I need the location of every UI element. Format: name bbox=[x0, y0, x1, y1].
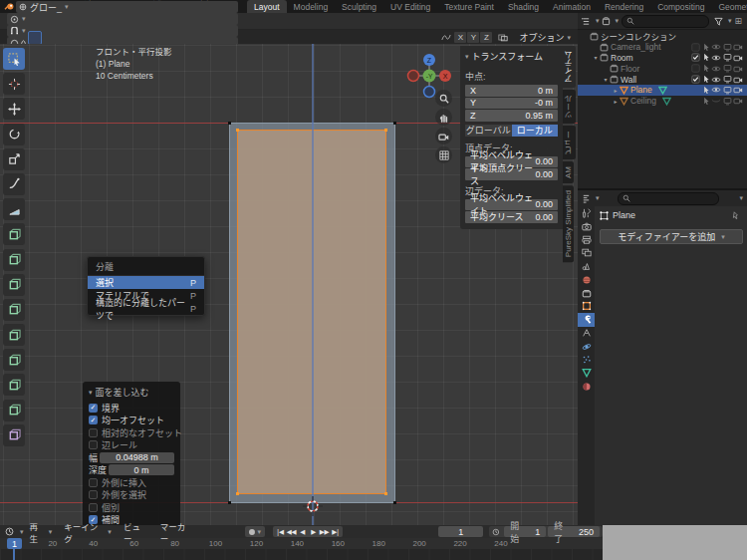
operator-field-value[interactable]: 0.04988 m bbox=[100, 452, 174, 463]
properties-tab-physics[interactable] bbox=[578, 340, 595, 353]
screen-icon[interactable] bbox=[723, 43, 732, 52]
tool-inset-faces[interactable] bbox=[3, 274, 25, 296]
properties-tab-object[interactable] bbox=[578, 300, 595, 313]
mirror-axis-Z[interactable]: Z bbox=[480, 32, 492, 43]
transport-jump-start[interactable]: |◀ bbox=[275, 528, 286, 536]
ortho-grid-button[interactable] bbox=[435, 146, 452, 163]
checkbox-on-icon[interactable] bbox=[691, 75, 700, 84]
viewport-3d[interactable]: フロント・平行投影 (1) Plane 10 Centimeters Z X -… bbox=[0, 44, 578, 525]
cursor-icon[interactable] bbox=[702, 64, 710, 73]
properties-tab-particles[interactable] bbox=[578, 353, 595, 366]
checkbox-off-icon[interactable] bbox=[691, 43, 700, 52]
timeline-menu-キーイング[interactable]: キーイング▾ bbox=[58, 520, 118, 544]
camera-icon[interactable] bbox=[733, 76, 743, 84]
add-modifier-button[interactable]: モディファイアーを追加 ▾ bbox=[600, 229, 743, 244]
tool-bevel[interactable] bbox=[3, 299, 25, 321]
camera-icon[interactable] bbox=[733, 43, 743, 51]
outliner-row-Wall[interactable]: ▾Wall bbox=[578, 74, 747, 85]
eye-closed-icon[interactable] bbox=[711, 97, 721, 105]
tool-scale[interactable] bbox=[3, 148, 25, 170]
tool-extrude[interactable] bbox=[3, 249, 25, 271]
transport-play-back[interactable]: ◀ bbox=[297, 528, 308, 536]
outliner-new-collection-icon[interactable]: ⊞ bbox=[732, 16, 746, 26]
timeline-menu-マーカー[interactable]: マーカー bbox=[154, 520, 199, 544]
timeline-menu-ビュー[interactable]: ビュー bbox=[118, 520, 154, 544]
outliner-search-input[interactable] bbox=[622, 15, 709, 28]
expand-icon[interactable]: ▾ bbox=[602, 76, 610, 83]
checkbox[interactable] bbox=[89, 478, 98, 487]
outliner-row-Room[interactable]: ▾Room bbox=[578, 53, 747, 64]
eye-icon[interactable] bbox=[711, 76, 721, 84]
viewport-menu-辺[interactable]: 辺 bbox=[174, 0, 195, 1]
transport-next-key[interactable]: ▶▶ bbox=[319, 528, 330, 536]
tool-loop-cut[interactable] bbox=[3, 324, 25, 346]
tool-smooth[interactable] bbox=[3, 424, 25, 446]
camera-icon[interactable] bbox=[733, 65, 743, 73]
operator-option-相対的なオフセット[interactable]: 相対的なオフセット bbox=[87, 426, 176, 439]
edge-平均ベベルウェイト[interactable]: 平均ベベルウェイト0.00 bbox=[465, 199, 558, 211]
mirror-axis-X[interactable]: X bbox=[454, 32, 466, 43]
outliner-row-Ceiling[interactable]: ▸Ceiling bbox=[578, 96, 747, 107]
workspace-tab-Modeling[interactable]: Modeling bbox=[287, 0, 336, 13]
eye-icon[interactable] bbox=[711, 43, 721, 51]
operator-option-外側を選択[interactable]: 外側を選択 bbox=[87, 489, 176, 502]
eye-icon[interactable] bbox=[711, 54, 721, 62]
orientation-dropdown[interactable]: グロー_ ▾ bbox=[16, 1, 238, 13]
workspace-tab-Sculpting[interactable]: Sculpting bbox=[335, 0, 383, 13]
checkbox[interactable]: ✓ bbox=[89, 416, 98, 424]
median-Y[interactable]: Y-0 m bbox=[465, 98, 558, 110]
operator-option-外側に挿入[interactable]: 外側に挿入 bbox=[87, 476, 176, 489]
sidebar-tab-AM[interactable]: AM bbox=[563, 161, 574, 183]
transport-prev-key[interactable]: ◀◀ bbox=[286, 528, 297, 536]
properties-tab-tool[interactable] bbox=[578, 206, 595, 219]
current-frame-field[interactable]: 1 bbox=[438, 526, 483, 537]
gizmo-z-neg-axis[interactable] bbox=[424, 87, 435, 98]
timeline-editor-icon[interactable] bbox=[0, 527, 17, 536]
checkbox[interactable] bbox=[89, 490, 98, 499]
checkbox[interactable]: ✓ bbox=[89, 404, 98, 413]
expand-icon[interactable]: ▸ bbox=[612, 87, 620, 94]
operator-option-辺レール[interactable]: 辺レール bbox=[87, 439, 176, 452]
sidebar-tab-PureSky Simplified[interactable]: PureSky Simplified bbox=[563, 185, 574, 262]
screen-icon[interactable] bbox=[723, 86, 732, 95]
current-frame-badge[interactable]: 1 bbox=[7, 538, 22, 549]
options-dropdown[interactable]: オプション▾ bbox=[516, 32, 574, 44]
cursor-icon[interactable] bbox=[702, 43, 710, 52]
workspace-tab-Geomet[interactable]: Geomet bbox=[711, 0, 747, 13]
tool-rotate[interactable] bbox=[3, 124, 25, 145]
properties-options-icon[interactable]: ▾ bbox=[739, 194, 743, 202]
workspace-tab-UV Editing[interactable]: UV Editing bbox=[383, 0, 437, 13]
auto-keying-button[interactable]: ▾ bbox=[245, 526, 266, 537]
properties-tab-modifiers[interactable] bbox=[578, 313, 595, 326]
eye-icon[interactable] bbox=[711, 86, 721, 94]
tool-measure[interactable] bbox=[3, 198, 25, 220]
cursor-icon[interactable] bbox=[702, 75, 710, 84]
frame-start-field[interactable]: 開始1 bbox=[504, 526, 546, 537]
outliner-display-mode-icon[interactable] bbox=[600, 17, 613, 26]
outliner-editor-icon[interactable] bbox=[578, 17, 593, 26]
expand-icon[interactable]: ▸ bbox=[612, 98, 620, 105]
outliner-row-Plane[interactable]: ▸Plane bbox=[578, 85, 747, 96]
properties-editor-icon[interactable] bbox=[578, 194, 593, 203]
workspace-tab-Animation[interactable]: Animation bbox=[546, 0, 598, 13]
sidebar-tab-ツール[interactable]: ツール bbox=[563, 90, 576, 124]
edge-平均クリース[interactable]: 平均クリース0.00 bbox=[465, 211, 558, 223]
properties-tab-scene[interactable] bbox=[578, 260, 595, 273]
frame-range-clock-icon[interactable] bbox=[492, 528, 500, 536]
mirror-axis-Y[interactable]: Y bbox=[467, 32, 479, 43]
tool-select-box[interactable] bbox=[3, 48, 25, 70]
tool-add-cube[interactable] bbox=[3, 223, 25, 245]
checkbox[interactable] bbox=[89, 503, 98, 512]
camera-icon[interactable] bbox=[733, 97, 743, 105]
properties-tab-material[interactable] bbox=[578, 380, 595, 393]
properties-tab-output[interactable] bbox=[578, 233, 595, 246]
pivot-dropdown[interactable]: ▾ bbox=[7, 13, 238, 25]
median-Z[interactable]: Z0.95 m bbox=[465, 110, 558, 122]
tool-move[interactable] bbox=[3, 98, 25, 120]
viewport-menu-メッシュ[interactable]: メッシュ bbox=[100, 0, 145, 1]
workspace-tab-Texture Paint[interactable]: Texture Paint bbox=[437, 0, 501, 13]
properties-tab-world[interactable] bbox=[578, 273, 595, 286]
tool-poly-build[interactable] bbox=[3, 374, 25, 396]
operator-option-均一オフセット[interactable]: ✓均一オフセット bbox=[87, 415, 176, 427]
outliner-filter-icon[interactable] bbox=[709, 17, 725, 26]
